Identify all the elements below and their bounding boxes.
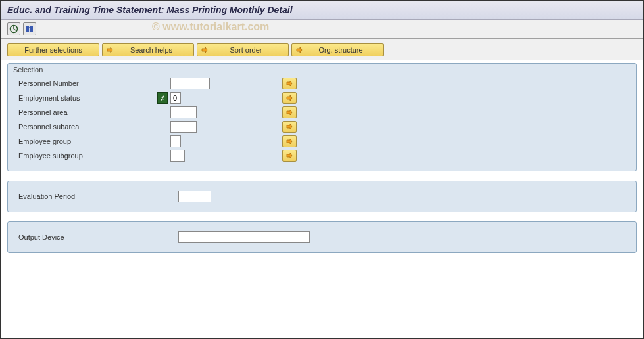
- svg-text:i: i: [28, 25, 30, 33]
- label-evaluation-period: Evaluation Period: [16, 192, 177, 200]
- row-employee-group: Employee group: [16, 134, 628, 148]
- selection-group: Selection Personnel Number Employment st…: [7, 63, 637, 171]
- arrow-right-icon: [296, 47, 303, 53]
- arrow-right-icon: [107, 47, 113, 53]
- execute-icon: [9, 24, 18, 34]
- multi-personnel-subarea[interactable]: [282, 121, 297, 133]
- input-employee-subgroup[interactable]: [170, 150, 185, 162]
- row-personnel-number: Personnel Number: [16, 76, 628, 91]
- row-output-device: Output Device: [16, 230, 628, 244]
- arrow-right-icon: [286, 138, 293, 145]
- page-title: Educ. and Training Time Statement: Mass …: [7, 5, 637, 15]
- info-icon: i: [25, 24, 34, 34]
- multi-personnel-area[interactable]: [282, 106, 297, 118]
- watermark: © www.tutorialkart.com: [152, 21, 269, 33]
- input-personnel-area[interactable]: [170, 106, 197, 118]
- multi-personnel-number[interactable]: [282, 78, 297, 89]
- title-bar: Educ. and Training Time Statement: Mass …: [1, 1, 643, 20]
- input-personnel-number[interactable]: [170, 78, 210, 89]
- label-output-device: Output Device: [16, 233, 177, 241]
- label-employee-subgroup: Employee subgroup: [16, 152, 157, 160]
- sort-order-button[interactable]: Sort order: [197, 43, 289, 56]
- row-evaluation-period: Evaluation Period: [16, 189, 628, 204]
- label-employment-status: Employment status: [16, 94, 157, 102]
- further-selections-button[interactable]: Further selections: [7, 43, 99, 56]
- button-row: Further selections Search helps Sort ord…: [1, 39, 643, 60]
- input-evaluation-period[interactable]: [178, 191, 211, 202]
- icon-bar: i © www.tutorialkart.com: [1, 20, 643, 39]
- svg-text:≠: ≠: [161, 94, 164, 102]
- info-button[interactable]: i: [23, 22, 36, 35]
- selection-title: Selection: [9, 65, 635, 76]
- arrow-right-icon: [286, 109, 293, 116]
- org-structure-label: Org. structure: [305, 46, 376, 54]
- search-helps-button[interactable]: Search helps: [102, 43, 194, 56]
- arrow-right-icon: [201, 47, 208, 53]
- arrow-right-icon: [286, 95, 293, 101]
- multi-employment-status[interactable]: [282, 92, 297, 104]
- row-employee-subgroup: Employee subgroup: [16, 148, 628, 163]
- row-personnel-area: Personnel area: [16, 105, 628, 120]
- sort-order-label: Sort order: [211, 46, 282, 54]
- arrow-right-icon: [286, 80, 293, 87]
- arrow-right-icon: [286, 152, 293, 159]
- input-employment-status[interactable]: [170, 92, 181, 104]
- label-personnel-subarea: Personnel subarea: [16, 123, 157, 131]
- further-selections-label: Further selections: [24, 46, 82, 54]
- org-structure-button[interactable]: Org. structure: [291, 43, 384, 56]
- label-personnel-number: Personnel Number: [16, 79, 157, 87]
- label-employee-group: Employee group: [16, 137, 157, 145]
- input-employee-group[interactable]: [170, 135, 181, 147]
- search-helps-label: Search helps: [116, 46, 187, 54]
- evaluation-period-group: Evaluation Period: [7, 181, 637, 212]
- multi-employee-group[interactable]: [282, 135, 297, 147]
- input-personnel-subarea[interactable]: [170, 121, 197, 133]
- execute-button[interactable]: [7, 22, 20, 35]
- row-personnel-subarea: Personnel subarea: [16, 120, 628, 134]
- not-equals-icon[interactable]: ≠: [157, 92, 168, 104]
- arrow-right-icon: [286, 124, 293, 130]
- svg-line-2: [14, 29, 16, 30]
- output-device-group: Output Device: [7, 221, 637, 253]
- multi-employee-subgroup[interactable]: [282, 150, 297, 162]
- input-output-device[interactable]: [178, 231, 310, 243]
- row-employment-status: Employment status ≠: [16, 91, 628, 105]
- selection-body: Personnel Number Employment status ≠ Per…: [9, 76, 635, 170]
- label-personnel-area: Personnel area: [16, 108, 157, 116]
